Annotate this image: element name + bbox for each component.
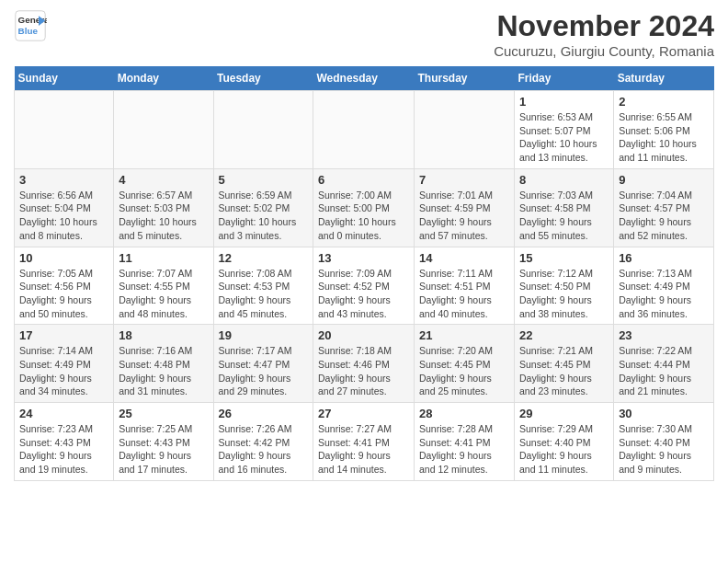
day-number: 21 bbox=[419, 328, 509, 342]
calendar-row: 1Sunrise: 6:53 AM Sunset: 5:07 PM Daylig… bbox=[15, 91, 714, 169]
calendar-row: 3Sunrise: 6:56 AM Sunset: 5:04 PM Daylig… bbox=[15, 168, 714, 247]
day-number: 15 bbox=[519, 251, 609, 265]
table-row bbox=[414, 91, 514, 169]
day-number: 23 bbox=[619, 328, 709, 342]
table-row: 10Sunrise: 7:05 AM Sunset: 4:56 PM Dayli… bbox=[15, 247, 114, 325]
day-number: 3 bbox=[19, 173, 108, 187]
day-number: 13 bbox=[318, 251, 409, 265]
table-row: 7Sunrise: 7:01 AM Sunset: 4:59 PM Daylig… bbox=[414, 168, 514, 247]
table-row: 13Sunrise: 7:09 AM Sunset: 4:52 PM Dayli… bbox=[313, 247, 415, 325]
table-row: 12Sunrise: 7:08 AM Sunset: 4:53 PM Dayli… bbox=[213, 247, 313, 325]
day-number: 25 bbox=[119, 407, 208, 420]
calendar-table: Sunday Monday Tuesday Wednesday Thursday… bbox=[14, 66, 714, 481]
table-row: 25Sunrise: 7:25 AM Sunset: 4:43 PM Dayli… bbox=[114, 403, 213, 481]
day-info: Sunrise: 7:26 AM Sunset: 4:42 PM Dayligh… bbox=[219, 422, 309, 477]
day-number: 29 bbox=[519, 407, 609, 420]
day-number: 2 bbox=[619, 95, 709, 109]
day-info: Sunrise: 7:29 AM Sunset: 4:40 PM Dayligh… bbox=[519, 422, 609, 477]
table-row: 20Sunrise: 7:18 AM Sunset: 4:46 PM Dayli… bbox=[313, 325, 415, 403]
day-info: Sunrise: 7:00 AM Sunset: 5:00 PM Dayligh… bbox=[318, 189, 409, 243]
day-number: 7 bbox=[419, 173, 509, 187]
table-row: 16Sunrise: 7:13 AM Sunset: 4:49 PM Dayli… bbox=[614, 247, 714, 325]
day-info: Sunrise: 7:20 AM Sunset: 4:45 PM Dayligh… bbox=[419, 344, 509, 398]
day-number: 9 bbox=[619, 173, 709, 187]
day-info: Sunrise: 7:21 AM Sunset: 4:45 PM Dayligh… bbox=[519, 344, 609, 398]
table-row: 19Sunrise: 7:17 AM Sunset: 4:47 PM Dayli… bbox=[213, 325, 313, 403]
day-number: 8 bbox=[519, 173, 609, 187]
header-row: Sunday Monday Tuesday Wednesday Thursday… bbox=[15, 66, 714, 91]
day-number: 27 bbox=[318, 407, 409, 420]
table-row: 22Sunrise: 7:21 AM Sunset: 4:45 PM Dayli… bbox=[514, 325, 613, 403]
day-info: Sunrise: 7:16 AM Sunset: 4:48 PM Dayligh… bbox=[119, 344, 208, 398]
day-number: 26 bbox=[219, 407, 309, 420]
day-number: 30 bbox=[619, 407, 709, 420]
table-row: 2Sunrise: 6:55 AM Sunset: 5:06 PM Daylig… bbox=[614, 91, 714, 169]
day-info: Sunrise: 7:14 AM Sunset: 4:49 PM Dayligh… bbox=[19, 344, 108, 398]
col-sunday: Sunday bbox=[15, 66, 114, 91]
day-info: Sunrise: 6:57 AM Sunset: 5:03 PM Dayligh… bbox=[119, 189, 208, 243]
table-row: 30Sunrise: 7:30 AM Sunset: 4:40 PM Dayli… bbox=[614, 403, 714, 481]
day-number: 18 bbox=[119, 328, 208, 342]
day-info: Sunrise: 7:11 AM Sunset: 4:51 PM Dayligh… bbox=[419, 267, 509, 321]
day-number: 1 bbox=[519, 95, 609, 109]
title-area: November 2024 Cucuruzu, Giurgiu County, … bbox=[494, 9, 714, 59]
table-row: 3Sunrise: 6:56 AM Sunset: 5:04 PM Daylig… bbox=[15, 168, 114, 247]
day-info: Sunrise: 7:07 AM Sunset: 4:55 PM Dayligh… bbox=[119, 267, 208, 321]
col-friday: Friday bbox=[514, 66, 613, 91]
header: General Blue November 2024 Cucuruzu, Giu… bbox=[14, 9, 714, 59]
table-row: 15Sunrise: 7:12 AM Sunset: 4:50 PM Dayli… bbox=[514, 247, 613, 325]
day-number: 14 bbox=[419, 251, 509, 265]
day-info: Sunrise: 7:27 AM Sunset: 4:41 PM Dayligh… bbox=[318, 422, 409, 477]
day-number: 16 bbox=[619, 251, 709, 265]
day-info: Sunrise: 7:25 AM Sunset: 4:43 PM Dayligh… bbox=[119, 422, 208, 477]
col-tuesday: Tuesday bbox=[213, 66, 313, 91]
day-info: Sunrise: 7:22 AM Sunset: 4:44 PM Dayligh… bbox=[619, 344, 709, 398]
day-info: Sunrise: 7:09 AM Sunset: 4:52 PM Dayligh… bbox=[318, 267, 409, 321]
day-info: Sunrise: 7:12 AM Sunset: 4:50 PM Dayligh… bbox=[519, 267, 609, 321]
col-thursday: Thursday bbox=[414, 66, 514, 91]
table-row: 27Sunrise: 7:27 AM Sunset: 4:41 PM Dayli… bbox=[313, 403, 415, 481]
table-row: 11Sunrise: 7:07 AM Sunset: 4:55 PM Dayli… bbox=[114, 247, 213, 325]
day-number: 10 bbox=[19, 251, 108, 265]
logo: General Blue bbox=[14, 9, 47, 42]
table-row: 29Sunrise: 7:29 AM Sunset: 4:40 PM Dayli… bbox=[514, 403, 613, 481]
calendar-row: 10Sunrise: 7:05 AM Sunset: 4:56 PM Dayli… bbox=[15, 247, 714, 325]
location-title: Cucuruzu, Giurgiu County, Romania bbox=[494, 43, 714, 59]
table-row: 26Sunrise: 7:26 AM Sunset: 4:42 PM Dayli… bbox=[213, 403, 313, 481]
table-row: 6Sunrise: 7:00 AM Sunset: 5:00 PM Daylig… bbox=[313, 168, 415, 247]
col-saturday: Saturday bbox=[614, 66, 714, 91]
day-number: 6 bbox=[318, 173, 409, 187]
day-info: Sunrise: 7:28 AM Sunset: 4:41 PM Dayligh… bbox=[419, 422, 509, 477]
day-number: 19 bbox=[219, 328, 309, 342]
day-info: Sunrise: 6:53 AM Sunset: 5:07 PM Dayligh… bbox=[519, 110, 609, 165]
table-row: 1Sunrise: 6:53 AM Sunset: 5:07 PM Daylig… bbox=[514, 91, 613, 169]
day-info: Sunrise: 7:30 AM Sunset: 4:40 PM Dayligh… bbox=[619, 422, 709, 477]
day-number: 24 bbox=[19, 407, 108, 420]
day-number: 12 bbox=[219, 251, 309, 265]
col-monday: Monday bbox=[114, 66, 213, 91]
day-number: 5 bbox=[219, 173, 309, 187]
col-wednesday: Wednesday bbox=[313, 66, 415, 91]
day-number: 20 bbox=[318, 328, 409, 342]
table-row: 24Sunrise: 7:23 AM Sunset: 4:43 PM Dayli… bbox=[15, 403, 114, 481]
calendar-row: 24Sunrise: 7:23 AM Sunset: 4:43 PM Dayli… bbox=[15, 403, 714, 481]
day-number: 28 bbox=[419, 407, 509, 420]
day-info: Sunrise: 7:04 AM Sunset: 4:57 PM Dayligh… bbox=[619, 189, 709, 243]
table-row: 23Sunrise: 7:22 AM Sunset: 4:44 PM Dayli… bbox=[614, 325, 714, 403]
table-row bbox=[114, 91, 213, 169]
table-row: 8Sunrise: 7:03 AM Sunset: 4:58 PM Daylig… bbox=[514, 168, 613, 247]
day-info: Sunrise: 6:56 AM Sunset: 5:04 PM Dayligh… bbox=[19, 189, 108, 243]
table-row: 28Sunrise: 7:28 AM Sunset: 4:41 PM Dayli… bbox=[414, 403, 514, 481]
day-info: Sunrise: 7:17 AM Sunset: 4:47 PM Dayligh… bbox=[219, 344, 309, 398]
day-info: Sunrise: 7:08 AM Sunset: 4:53 PM Dayligh… bbox=[219, 267, 309, 321]
svg-text:Blue: Blue bbox=[18, 26, 39, 36]
table-row: 18Sunrise: 7:16 AM Sunset: 4:48 PM Dayli… bbox=[114, 325, 213, 403]
table-row: 4Sunrise: 6:57 AM Sunset: 5:03 PM Daylig… bbox=[114, 168, 213, 247]
table-row: 17Sunrise: 7:14 AM Sunset: 4:49 PM Dayli… bbox=[15, 325, 114, 403]
day-number: 17 bbox=[19, 328, 108, 342]
logo-icon: General Blue bbox=[14, 9, 47, 42]
table-row: 14Sunrise: 7:11 AM Sunset: 4:51 PM Dayli… bbox=[414, 247, 514, 325]
table-row bbox=[313, 91, 415, 169]
day-info: Sunrise: 7:05 AM Sunset: 4:56 PM Dayligh… bbox=[19, 267, 108, 321]
day-number: 22 bbox=[519, 328, 609, 342]
